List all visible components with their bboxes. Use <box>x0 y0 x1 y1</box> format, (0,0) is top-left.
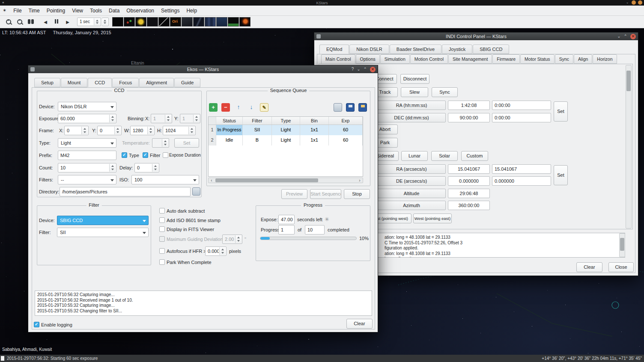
prop-tab-firmware[interactable]: Firmware <box>492 54 520 64</box>
column-bin[interactable]: Bin <box>300 117 329 125</box>
ekos-help-icon[interactable]: ? <box>352 65 354 73</box>
tab-focus[interactable]: Focus <box>112 78 139 87</box>
park-when-complete-checkbox[interactable] <box>159 259 165 265</box>
autofocus-hfr-spinbox[interactable]: 0.000 <box>205 246 227 256</box>
ekos-close-icon[interactable]: ✕ <box>370 67 376 72</box>
toolbar-thumbnail-7-icon[interactable] <box>182 17 193 27</box>
tab-ccd[interactable]: CCD <box>88 78 112 87</box>
directory-input[interactable]: /home/jasem/Pictures <box>60 187 191 196</box>
prop-tab-align[interactable]: Align <box>574 54 592 64</box>
filter-device-combo[interactable]: SBIG CCD <box>57 216 149 225</box>
ra-input[interactable]: 0:00:00 <box>492 101 551 110</box>
menu-help[interactable]: Help <box>183 6 200 16</box>
spin-arrows-icon[interactable] <box>152 164 158 172</box>
spin-arrows-icon[interactable] <box>109 164 116 172</box>
device-tab-nikon-dslr[interactable]: Nikon DSLR <box>349 45 389 54</box>
dec-input[interactable]: 0:00:00 <box>492 113 551 122</box>
ekos-titlebar[interactable]: Ekos — KStars ? ⌄ ⌃ ✕ <box>28 65 378 73</box>
pause-time-button[interactable] <box>51 17 62 27</box>
menu-tools[interactable]: Tools <box>86 6 105 16</box>
menu-file[interactable]: File <box>10 6 25 16</box>
device-tab-sbig-ccd[interactable]: SBIG CCD <box>473 45 509 54</box>
prop-tab-horizon[interactable]: Horizon <box>593 54 617 64</box>
edit-job-button[interactable]: ✎ <box>260 103 268 112</box>
scroll-right-icon[interactable]: › <box>357 178 362 183</box>
device-tab-joystick[interactable]: Joystick <box>442 45 472 54</box>
scroll-left-icon[interactable]: ‹ <box>209 178 214 183</box>
toolbar-thumbnail-10-icon[interactable] <box>216 17 227 27</box>
move-job-up-button[interactable]: ↑ <box>234 103 243 112</box>
frame-x-spinbox[interactable]: 0 <box>64 126 89 135</box>
count-spinbox[interactable]: 10 <box>58 163 116 172</box>
pier-west-button[interactable]: st (pointing west) <box>374 214 411 223</box>
toolbar-thumbnail-2-icon[interactable] <box>124 17 135 27</box>
disconnect-button[interactable]: Disconnect <box>400 74 429 84</box>
shade-main-window-icon[interactable]: ⌄ <box>625 0 629 5</box>
iso-combo[interactable]: 100 <box>131 175 199 184</box>
ekos-clear-button[interactable]: Clear <box>346 319 373 329</box>
toolbar-thumbnail-4-icon[interactable] <box>147 17 158 27</box>
prop-tab-motor-status[interactable]: Motor Status <box>520 54 555 64</box>
indi-titlebar[interactable]: INDI Control Panel — KStars ⌄ ⌃ ✕ <box>314 33 638 40</box>
fits-viewer-checkbox[interactable] <box>159 226 165 232</box>
minimize-main-window-icon[interactable] <box>632 0 636 5</box>
ccd-device-combo[interactable]: Nikon DSLR <box>58 102 116 111</box>
frame-type-combo[interactable]: Light <box>58 138 116 148</box>
ra-rate-input[interactable]: 15.041067 <box>492 164 551 174</box>
autofocus-hfr-checkbox[interactable] <box>159 248 165 254</box>
menu-view[interactable]: View <box>69 6 86 16</box>
pier-east-button[interactable]: West (pointing east) <box>413 214 452 223</box>
toolbar-thumbnail-8-icon[interactable] <box>193 17 204 27</box>
save-sequence-as-button[interactable] <box>358 103 367 112</box>
lunar-rate-button[interactable]: Lunar <box>401 151 428 161</box>
sync-button[interactable]: Sync <box>432 87 458 97</box>
enable-logging-checkbox[interactable] <box>34 322 39 327</box>
expose-duration-checkbox[interactable] <box>163 152 168 158</box>
indi-close-button[interactable]: Close <box>608 262 634 272</box>
stop-button[interactable]: Stop <box>344 189 370 199</box>
tab-setup[interactable]: Setup <box>34 78 60 87</box>
custom-rate-button[interactable]: Custom <box>461 151 488 161</box>
indi-scrollbar[interactable] <box>626 65 632 228</box>
browse-directory-button[interactable] <box>192 187 200 196</box>
spin-arrows-icon[interactable] <box>188 127 195 134</box>
tab-guide[interactable]: Guide <box>174 78 200 87</box>
spin-arrows-icon[interactable] <box>114 127 121 134</box>
toolbar-thumbnail-9-icon[interactable] <box>205 17 216 27</box>
add-job-button[interactable]: + <box>209 103 218 112</box>
de-rate-input[interactable]: 0.000000 <box>492 176 551 186</box>
coord-set-button[interactable]: Set <box>554 101 568 122</box>
move-job-down-button[interactable]: ↓ <box>247 103 256 112</box>
ekos-unshade-icon[interactable]: ⌃ <box>364 65 367 73</box>
time-step-forward-button[interactable]: ▶ <box>63 17 73 27</box>
spin-arrows-icon[interactable] <box>147 127 154 134</box>
menu-settings[interactable]: Settings <box>158 6 183 16</box>
time-step-arrows-icon[interactable] <box>94 18 100 25</box>
spin-arrows-icon[interactable] <box>219 247 226 255</box>
spin-arrows-icon[interactable] <box>81 127 88 134</box>
filter-filter-combo[interactable]: SII <box>57 228 149 237</box>
frame-w-spinbox[interactable]: 1280 <box>130 126 155 135</box>
device-tab-eqmod[interactable]: EQMod <box>319 45 349 54</box>
device-tab-baader-steeldrive[interactable]: Baader SteelDrive <box>390 45 441 54</box>
spin-arrows-icon[interactable] <box>109 115 116 122</box>
toolbar-thumbnail-1-icon[interactable] <box>112 17 123 27</box>
column-type[interactable]: Type <box>272 117 300 125</box>
prefix-filter-checkbox[interactable] <box>143 152 148 158</box>
time-step-combo[interactable]: 1 sec <box>77 18 101 26</box>
time-step-spinner[interactable] <box>102 18 109 26</box>
exposure-spinbox[interactable]: 60.000 <box>58 114 116 123</box>
frame-y-spinbox[interactable]: 0 <box>97 126 122 135</box>
sequence-row-2[interactable]: 2 Idle B Light 1x1 60 <box>209 135 363 145</box>
time-step-back-button[interactable]: ◀ <box>40 17 51 27</box>
sequence-hscrollbar[interactable]: ‹ › <box>208 178 363 183</box>
zoom-out-button[interactable]: − <box>15 17 25 27</box>
guiding-deviation-checkbox[interactable] <box>159 236 165 242</box>
menu-observation[interactable]: Observation <box>123 6 158 16</box>
solar-rate-button[interactable]: Solar <box>431 151 458 161</box>
time-spinner-arrows-icon[interactable] <box>102 18 108 25</box>
save-sequence-button[interactable] <box>346 103 355 112</box>
rate-set-button[interactable]: Set <box>554 165 568 185</box>
toolbar-thumbnail-3-icon[interactable] <box>135 17 146 27</box>
indi-shade-icon[interactable]: ⌄ <box>617 33 620 40</box>
